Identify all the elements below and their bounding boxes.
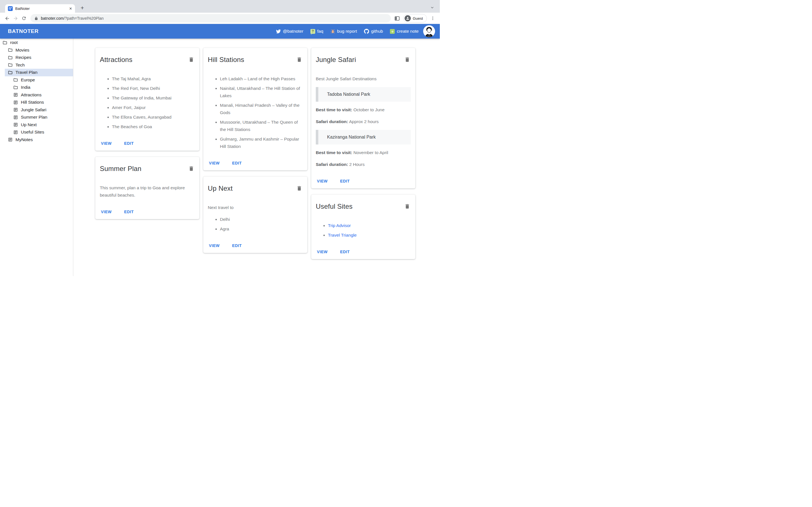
back-icon[interactable] (3, 14, 11, 22)
tree-item-movies[interactable]: Movies (0, 47, 73, 54)
edit-button[interactable]: EDIT (232, 161, 242, 165)
user-avatar[interactable]: </> (423, 25, 435, 37)
tree-item-root[interactable]: root (0, 39, 73, 47)
edit-button[interactable]: EDIT (232, 243, 242, 248)
note-key-value: Best time to visit: October to June (316, 106, 411, 114)
nav-bug-report-link[interactable]: bug report (331, 29, 357, 34)
tree-item-travel-plan[interactable]: Travel Plan (5, 69, 73, 76)
tree-item-hill-stations[interactable]: Hill Stations (0, 99, 73, 106)
list-item: Gulmarg, Jammu and Kashmir – Popular Hil… (220, 135, 303, 150)
tree-item-attractions[interactable]: Attractions (0, 91, 73, 99)
note-card-up-next: Up Next Next travel to Delhi Agra VIEW E… (203, 177, 307, 253)
list-item: Travel Triangle (328, 231, 411, 239)
edit-button[interactable]: EDIT (124, 141, 134, 146)
list-item: Leh Ladakh – Land of the High Passes (220, 75, 303, 82)
list-item: Mussoorie, Uttarakhand – The Queen of th… (220, 119, 303, 133)
tree-item-tech[interactable]: Tech (0, 61, 73, 69)
list-item: The Ellora Caves, Aurangabad (112, 114, 195, 121)
app-logo: BATNOTER (8, 28, 39, 34)
note-paragraph: Best Jungle Safari Destinations (316, 75, 411, 82)
tree-item-label: Europe (21, 77, 35, 82)
tree-item-india[interactable]: India (0, 83, 73, 91)
view-button[interactable]: VIEW (317, 249, 327, 254)
tree-item-label: Travel Plan (15, 70, 38, 75)
page-body: root Movies Recipes Tech Travel Plan Eur… (0, 39, 440, 276)
tab-close-icon[interactable]: ✕ (68, 7, 73, 10)
app-header: BATNOTER @batnoter ? faq bug report gith… (0, 24, 440, 39)
address-bar[interactable]: batnoter.com/?path=Travel%20Plan (31, 14, 391, 22)
kv-value: 2 Hours (349, 162, 364, 167)
note-icon (13, 93, 18, 97)
card-title: Up Next (208, 183, 233, 193)
note-icon (13, 100, 18, 105)
tree-item-recipes[interactable]: Recipes (0, 54, 73, 61)
nav-twitter-link[interactable]: @batnoter (276, 29, 303, 34)
list-item: Amer Fort, Jaipur (112, 104, 195, 111)
delete-note-icon[interactable] (404, 203, 411, 211)
browser-toolbar: batnoter.com/?path=Travel%20Plan Guest (0, 13, 440, 24)
note-list: Leh Ladakh – Land of the High Passes Nai… (208, 75, 303, 150)
notes-grid: Attractions The Taj Mahal, Agra The Red … (73, 39, 440, 276)
note-list: Delhi Agra (208, 216, 303, 233)
view-button[interactable]: VIEW (101, 210, 112, 214)
note-card-attractions: Attractions The Taj Mahal, Agra The Red … (95, 48, 199, 151)
profile-guest-button[interactable]: Guest (403, 14, 427, 22)
nav-create-note-link[interactable]: + create note (390, 29, 419, 34)
browser-menu-kebab-icon[interactable] (428, 14, 437, 22)
delete-note-icon[interactable] (296, 185, 303, 193)
tree-item-label: root (10, 40, 18, 45)
note-card-hill-stations: Hill Stations Leh Ladakh – Land of the H… (203, 48, 307, 170)
edit-button[interactable]: EDIT (340, 249, 350, 254)
view-button[interactable]: VIEW (209, 243, 220, 248)
forward-icon[interactable] (11, 14, 20, 22)
delete-note-icon[interactable] (188, 56, 195, 64)
edit-button[interactable]: EDIT (124, 210, 134, 214)
tree-item-europe[interactable]: Europe (0, 76, 73, 84)
url-path: /?path=Travel%20Plan (64, 16, 104, 20)
browser-window: BatNoter ✕ + batnoter.com/?path=Travel%2… (0, 0, 440, 24)
nav-faq-link[interactable]: ? faq (310, 29, 323, 34)
tree-item-summer-plan[interactable]: Summer Plan (0, 114, 73, 121)
bug-icon (331, 29, 335, 34)
card-title: Hill Stations (208, 55, 244, 65)
list-item: The Gateway of India, Mumbai (112, 94, 195, 102)
nav-github-label: github (371, 29, 383, 34)
folder-icon (3, 40, 7, 45)
tree-item-useful-sites[interactable]: Useful Sites (0, 128, 73, 136)
list-item: The Beaches of Goa (112, 123, 195, 130)
note-card-jungle-safari: Jungle Safari Best Jungle Safari Destina… (311, 48, 415, 188)
tree-item-mynotes[interactable]: MyNotes (0, 136, 73, 144)
delete-note-icon[interactable] (296, 56, 303, 64)
note-card-summer-plan: Summer Plan This summer, plan a trip to … (95, 157, 199, 219)
url-text: batnoter.com/?path=Travel%20Plan (41, 16, 103, 21)
github-icon (364, 29, 369, 34)
tab-title: BatNoter (15, 6, 68, 11)
tab-search-chevron-icon[interactable] (428, 4, 436, 11)
trip-advisor-link[interactable]: Trip Advisor (328, 223, 351, 228)
note-key-value: Safari duration: 2 Hours (316, 161, 411, 168)
delete-note-icon[interactable] (404, 56, 411, 64)
tree-item-label: Summer Plan (21, 115, 47, 120)
reload-icon[interactable] (20, 14, 28, 22)
nav-faq-label: faq (317, 29, 323, 34)
delete-note-icon[interactable] (188, 165, 195, 173)
nav-github-link[interactable]: github (364, 29, 383, 34)
edit-button[interactable]: EDIT (340, 179, 350, 183)
note-list: The Taj Mahal, Agra The Red Fort, New De… (100, 75, 195, 130)
browser-tab[interactable]: BatNoter ✕ (5, 4, 75, 13)
tree-item-up-next[interactable]: Up Next (0, 121, 73, 129)
view-button[interactable]: VIEW (101, 141, 112, 146)
list-item: The Taj Mahal, Agra (112, 75, 195, 82)
folder-icon (8, 55, 13, 60)
tree-item-label: Up Next (21, 122, 37, 127)
svg-text:</>: </> (427, 35, 430, 37)
view-button[interactable]: VIEW (317, 179, 327, 183)
card-title: Jungle Safari (316, 55, 356, 65)
note-icon (8, 137, 13, 142)
side-panel-icon[interactable] (393, 14, 402, 22)
lock-icon (35, 17, 38, 20)
travel-triangle-link[interactable]: Travel Triangle (328, 233, 357, 237)
tree-item-jungle-safari[interactable]: Jungle Safari (0, 106, 73, 114)
view-button[interactable]: VIEW (209, 161, 220, 165)
new-tab-button[interactable]: + (79, 4, 86, 12)
